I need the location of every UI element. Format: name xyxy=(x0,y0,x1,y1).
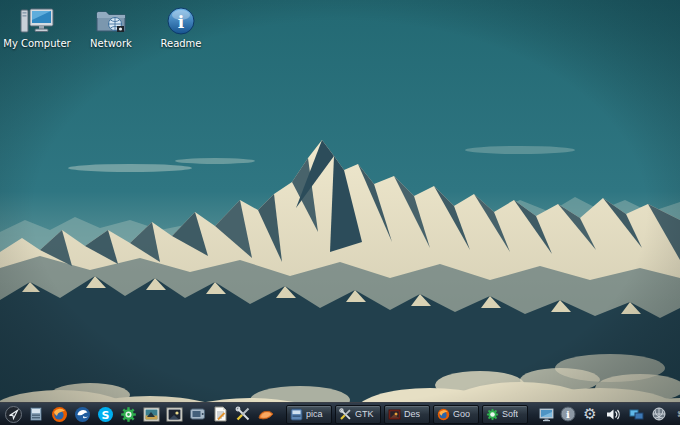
task-button-desktop[interactable]: Des xyxy=(384,405,430,424)
desktop-icon-my-computer[interactable]: My Computer xyxy=(2,6,72,49)
task-label: Soft xyxy=(502,409,518,419)
system-tray: ✂ ✂ ▲ 08:22 PM ☾ xyxy=(604,405,680,423)
display-icon xyxy=(538,407,555,422)
task-button-gtk[interactable]: GTK xyxy=(335,405,381,424)
screenshot-button[interactable] xyxy=(165,405,183,423)
task-label: Goo xyxy=(453,409,470,419)
wallpaper-icon xyxy=(388,408,401,421)
about-icon: i xyxy=(560,406,576,422)
removable-device-button[interactable] xyxy=(188,405,206,423)
network-folder-icon xyxy=(94,6,128,36)
task-label: pica xyxy=(306,409,323,419)
quick-launch-right: i ⚙ xyxy=(537,405,599,423)
thunderbird-icon xyxy=(74,406,91,423)
image-viewer-icon xyxy=(143,407,160,422)
package-manager-button[interactable] xyxy=(119,405,137,423)
about-button[interactable]: i xyxy=(559,405,577,423)
volume-icon xyxy=(606,408,621,421)
screenshot-icon xyxy=(166,407,183,422)
removable-device-icon xyxy=(189,407,206,421)
skype-icon: S xyxy=(97,406,114,423)
image-viewer-button[interactable] xyxy=(142,405,160,423)
network-tray-icon xyxy=(629,408,644,421)
skype-button[interactable]: S xyxy=(96,405,114,423)
task-button-picasa[interactable]: pica xyxy=(286,405,332,424)
firefox-button[interactable] xyxy=(50,405,68,423)
desktop-icon-network[interactable]: Network xyxy=(76,6,146,49)
desktop[interactable]: My Computer Network i Readme xyxy=(0,0,680,425)
desktop-icon-label: My Computer xyxy=(3,38,70,49)
svg-text:i: i xyxy=(566,409,570,420)
clipboard-scissors-button[interactable]: ✂ xyxy=(673,405,680,423)
desktop-icon-label: Network xyxy=(90,38,132,49)
orange-slice-button[interactable] xyxy=(257,405,275,423)
computer-icon xyxy=(19,6,55,36)
network-tray-button[interactable] xyxy=(627,405,645,423)
display-button[interactable] xyxy=(537,405,555,423)
settings-gear-icon: ⚙ xyxy=(583,405,596,423)
orange-slice-icon xyxy=(257,407,275,422)
text-editor-button[interactable] xyxy=(211,405,229,423)
svg-text:i: i xyxy=(178,12,185,32)
desktop-icon-readme[interactable]: i Readme xyxy=(146,6,216,49)
task-label: GTK xyxy=(355,409,374,419)
archive-icon xyxy=(290,408,303,421)
toolbox-button[interactable] xyxy=(234,405,252,423)
start-menu-icon xyxy=(5,406,22,423)
package-manager-icon xyxy=(120,406,137,423)
update-icon xyxy=(652,407,666,421)
text-editor-icon xyxy=(213,406,228,422)
volume-button[interactable] xyxy=(604,405,622,423)
task-list: pica GTK Des xyxy=(286,405,528,424)
svg-text:S: S xyxy=(101,408,109,421)
task-button-google[interactable]: Goo xyxy=(433,405,479,424)
task-button-software[interactable]: Soft xyxy=(482,405,528,424)
task-label: Des xyxy=(404,409,420,419)
taskbar: S xyxy=(0,402,680,425)
settings-button[interactable]: ⚙ xyxy=(581,405,599,423)
start-menu-button[interactable] xyxy=(4,405,22,423)
thunderbird-button[interactable] xyxy=(73,405,91,423)
toolbox-icon xyxy=(235,406,251,422)
desktop-icon-label: Readme xyxy=(160,38,201,49)
firefox-icon xyxy=(51,406,68,423)
file-manager-button[interactable] xyxy=(27,405,45,423)
toolbox-icon xyxy=(339,408,352,421)
firefox-icon xyxy=(437,408,450,421)
wallpaper-image xyxy=(0,0,680,425)
file-manager-icon xyxy=(28,406,44,422)
info-icon: i xyxy=(166,6,196,36)
update-button[interactable] xyxy=(650,405,668,423)
package-manager-icon xyxy=(486,408,499,421)
